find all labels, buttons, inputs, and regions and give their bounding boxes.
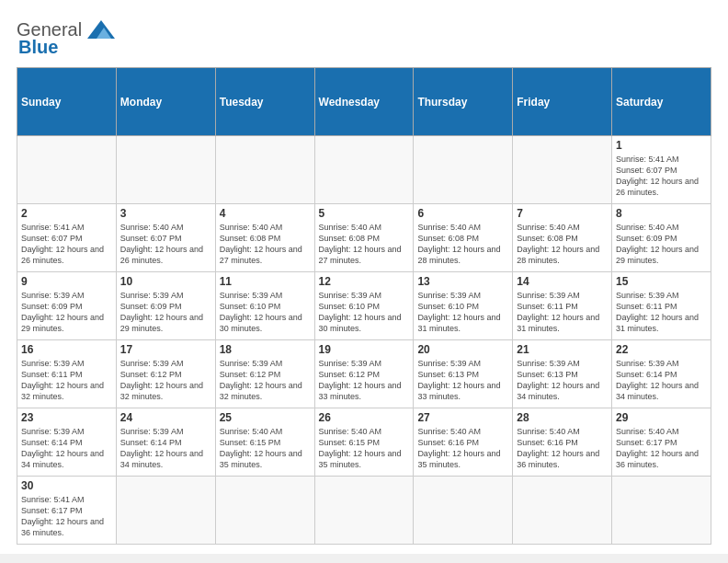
weekday-header-tuesday: Tuesday xyxy=(215,68,314,136)
day-info: Sunrise: 5:40 AM Sunset: 6:15 PM Dayligh… xyxy=(319,426,410,471)
day-cell: 7Sunrise: 5:40 AM Sunset: 6:08 PM Daylig… xyxy=(513,204,612,272)
day-info: Sunrise: 5:40 AM Sunset: 6:08 PM Dayligh… xyxy=(220,222,311,267)
weekday-header-sunday: Sunday xyxy=(17,68,117,136)
day-cell: 8Sunrise: 5:40 AM Sunset: 6:09 PM Daylig… xyxy=(612,204,711,272)
day-info: Sunrise: 5:39 AM Sunset: 6:11 PM Dayligh… xyxy=(517,290,608,335)
day-number: 17 xyxy=(120,343,211,356)
day-number: 10 xyxy=(120,275,211,288)
day-number: 25 xyxy=(220,411,311,424)
day-cell: 2Sunrise: 5:41 AM Sunset: 6:07 PM Daylig… xyxy=(17,204,117,272)
weekday-header-friday: Friday xyxy=(513,68,612,136)
day-info: Sunrise: 5:41 AM Sunset: 6:17 PM Dayligh… xyxy=(21,494,112,539)
weekday-header-wednesday: Wednesday xyxy=(314,68,414,136)
day-info: Sunrise: 5:39 AM Sunset: 6:09 PM Dayligh… xyxy=(120,290,211,335)
weekday-header-thursday: Thursday xyxy=(414,68,513,136)
day-info: Sunrise: 5:40 AM Sunset: 6:17 PM Dayligh… xyxy=(616,426,707,471)
day-cell: 5Sunrise: 5:40 AM Sunset: 6:08 PM Daylig… xyxy=(314,204,414,272)
day-info: Sunrise: 5:40 AM Sunset: 6:07 PM Dayligh… xyxy=(120,222,211,267)
day-info: Sunrise: 5:40 AM Sunset: 6:08 PM Dayligh… xyxy=(417,222,508,267)
week-row-6: 30Sunrise: 5:41 AM Sunset: 6:17 PM Dayli… xyxy=(17,477,711,545)
day-number: 20 xyxy=(417,343,508,356)
day-cell: 3Sunrise: 5:40 AM Sunset: 6:07 PM Daylig… xyxy=(116,204,215,272)
day-info: Sunrise: 5:40 AM Sunset: 6:15 PM Dayligh… xyxy=(220,426,311,471)
day-cell: 9Sunrise: 5:39 AM Sunset: 6:09 PM Daylig… xyxy=(17,272,117,340)
day-cell: 22Sunrise: 5:39 AM Sunset: 6:14 PM Dayli… xyxy=(612,340,711,408)
day-number: 30 xyxy=(21,479,112,492)
day-cell: 16Sunrise: 5:39 AM Sunset: 6:11 PM Dayli… xyxy=(17,340,117,408)
day-cell: 15Sunrise: 5:39 AM Sunset: 6:11 PM Dayli… xyxy=(612,272,711,340)
header: General Blue xyxy=(17,17,711,58)
day-info: Sunrise: 5:40 AM Sunset: 6:08 PM Dayligh… xyxy=(517,222,608,267)
day-number: 22 xyxy=(616,343,707,356)
day-number: 26 xyxy=(319,411,410,424)
day-number: 8 xyxy=(616,207,707,220)
day-cell: 29Sunrise: 5:40 AM Sunset: 6:17 PM Dayli… xyxy=(612,408,711,477)
day-info: Sunrise: 5:39 AM Sunset: 6:12 PM Dayligh… xyxy=(120,358,211,403)
day-cell xyxy=(612,477,711,545)
day-cell: 17Sunrise: 5:39 AM Sunset: 6:12 PM Dayli… xyxy=(116,340,215,408)
day-info: Sunrise: 5:39 AM Sunset: 6:10 PM Dayligh… xyxy=(220,290,311,335)
day-number: 6 xyxy=(417,207,508,220)
logo-icon xyxy=(84,17,119,42)
day-cell: 19Sunrise: 5:39 AM Sunset: 6:12 PM Dayli… xyxy=(314,340,414,408)
day-cell: 25Sunrise: 5:40 AM Sunset: 6:15 PM Dayli… xyxy=(215,408,314,477)
day-info: Sunrise: 5:39 AM Sunset: 6:10 PM Dayligh… xyxy=(417,290,508,335)
day-info: Sunrise: 5:39 AM Sunset: 6:14 PM Dayligh… xyxy=(616,358,707,403)
day-info: Sunrise: 5:39 AM Sunset: 6:12 PM Dayligh… xyxy=(319,358,410,403)
day-info: Sunrise: 5:39 AM Sunset: 6:12 PM Dayligh… xyxy=(220,358,311,403)
day-number: 19 xyxy=(319,343,410,356)
week-row-5: 23Sunrise: 5:39 AM Sunset: 6:14 PM Dayli… xyxy=(17,408,711,477)
day-cell xyxy=(116,136,215,204)
day-cell xyxy=(215,136,314,204)
day-cell: 14Sunrise: 5:39 AM Sunset: 6:11 PM Dayli… xyxy=(513,272,612,340)
day-cell: 1Sunrise: 5:41 AM Sunset: 6:07 PM Daylig… xyxy=(612,136,711,204)
day-info: Sunrise: 5:40 AM Sunset: 6:08 PM Dayligh… xyxy=(319,222,410,267)
day-cell: 24Sunrise: 5:39 AM Sunset: 6:14 PM Dayli… xyxy=(116,408,215,477)
logo: General Blue xyxy=(17,17,119,58)
day-info: Sunrise: 5:40 AM Sunset: 6:16 PM Dayligh… xyxy=(517,426,608,471)
day-info: Sunrise: 5:39 AM Sunset: 6:11 PM Dayligh… xyxy=(21,358,112,403)
day-number: 29 xyxy=(616,411,707,424)
day-info: Sunrise: 5:39 AM Sunset: 6:11 PM Dayligh… xyxy=(616,290,707,335)
day-info: Sunrise: 5:41 AM Sunset: 6:07 PM Dayligh… xyxy=(616,154,707,199)
day-number: 9 xyxy=(21,275,112,288)
day-cell: 20Sunrise: 5:39 AM Sunset: 6:13 PM Dayli… xyxy=(414,340,513,408)
day-info: Sunrise: 5:41 AM Sunset: 6:07 PM Dayligh… xyxy=(21,222,112,267)
day-info: Sunrise: 5:39 AM Sunset: 6:10 PM Dayligh… xyxy=(319,290,410,335)
day-cell: 6Sunrise: 5:40 AM Sunset: 6:08 PM Daylig… xyxy=(414,204,513,272)
day-number: 28 xyxy=(517,411,608,424)
day-number: 4 xyxy=(220,207,311,220)
day-cell xyxy=(17,136,117,204)
day-number: 1 xyxy=(616,139,707,152)
day-cell: 13Sunrise: 5:39 AM Sunset: 6:10 PM Dayli… xyxy=(414,272,513,340)
day-number: 13 xyxy=(417,275,508,288)
page: General Blue SundayMondayTuesdayWednesda… xyxy=(0,0,728,554)
day-cell xyxy=(314,136,414,204)
day-info: Sunrise: 5:40 AM Sunset: 6:16 PM Dayligh… xyxy=(417,426,508,471)
day-number: 15 xyxy=(616,275,707,288)
day-number: 3 xyxy=(120,207,211,220)
day-cell xyxy=(414,136,513,204)
day-number: 23 xyxy=(21,411,112,424)
weekday-header-saturday: Saturday xyxy=(612,68,711,136)
day-number: 7 xyxy=(517,207,608,220)
day-info: Sunrise: 5:39 AM Sunset: 6:09 PM Dayligh… xyxy=(21,290,112,335)
day-cell: 30Sunrise: 5:41 AM Sunset: 6:17 PM Dayli… xyxy=(17,477,117,545)
weekday-header-row: SundayMondayTuesdayWednesdayThursdayFrid… xyxy=(17,68,711,136)
day-cell: 23Sunrise: 5:39 AM Sunset: 6:14 PM Dayli… xyxy=(17,408,117,477)
day-cell: 10Sunrise: 5:39 AM Sunset: 6:09 PM Dayli… xyxy=(116,272,215,340)
week-row-4: 16Sunrise: 5:39 AM Sunset: 6:11 PM Dayli… xyxy=(17,340,711,408)
day-number: 18 xyxy=(220,343,311,356)
day-number: 11 xyxy=(220,275,311,288)
day-number: 21 xyxy=(517,343,608,356)
day-number: 2 xyxy=(21,207,112,220)
day-info: Sunrise: 5:39 AM Sunset: 6:14 PM Dayligh… xyxy=(120,426,211,471)
day-cell: 27Sunrise: 5:40 AM Sunset: 6:16 PM Dayli… xyxy=(414,408,513,477)
weekday-header-monday: Monday xyxy=(116,68,215,136)
day-number: 12 xyxy=(319,275,410,288)
day-number: 16 xyxy=(21,343,112,356)
day-cell: 12Sunrise: 5:39 AM Sunset: 6:10 PM Dayli… xyxy=(314,272,414,340)
day-number: 24 xyxy=(120,411,211,424)
day-cell: 28Sunrise: 5:40 AM Sunset: 6:16 PM Dayli… xyxy=(513,408,612,477)
calendar: SundayMondayTuesdayWednesdayThursdayFrid… xyxy=(17,67,711,545)
